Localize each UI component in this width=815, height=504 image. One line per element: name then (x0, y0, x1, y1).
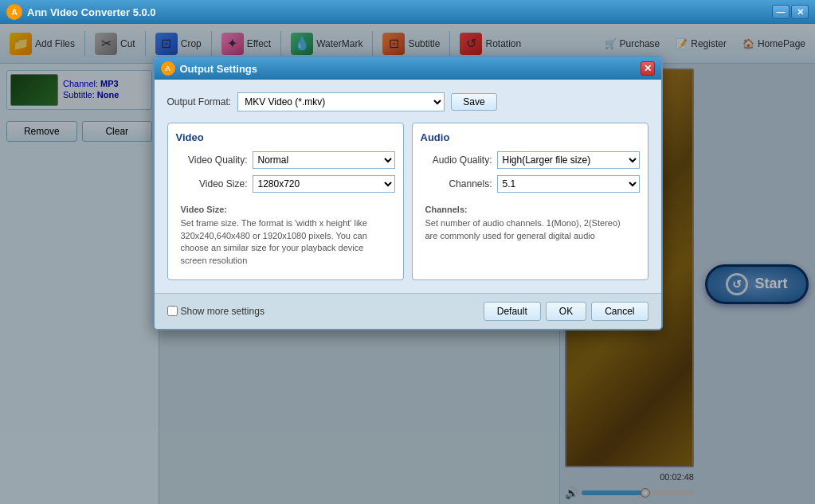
audio-panel-title: Audio (421, 131, 640, 143)
format-row: Output Format: MKV Video (*.mkv) Save (167, 92, 648, 111)
format-label: Output Format: (167, 96, 232, 107)
main-area: Channel: MP3 Subtitle: None Remove Clear… (0, 64, 815, 504)
cancel-button[interactable]: Cancel (591, 302, 648, 321)
panels-row: Video Video Quality: Normal Video Size: … (167, 123, 648, 280)
audio-panel: Audio Audio Quality: High(Larger file si… (412, 123, 648, 280)
show-more-checkbox[interactable] (167, 306, 178, 316)
title-bar: A Ann Video Converter 5.0.0 — ✕ (0, 0, 815, 24)
dialog-body: Output Format: MKV Video (*.mkv) Save Vi… (155, 80, 661, 293)
video-quality-row: Video Quality: Normal (176, 151, 395, 169)
app-icon: A (6, 4, 22, 20)
video-size-desc-title: Video Size: (181, 204, 390, 216)
show-more-label: Show more settings (181, 306, 479, 317)
audio-quality-label: Audio Quality: (421, 154, 492, 166)
channels-desc: Channels: Set number of audio channels. … (421, 199, 640, 247)
dialog-title: Output Settings (180, 63, 641, 75)
video-size-select[interactable]: 1280x720 (253, 175, 395, 193)
window-controls: — ✕ (772, 5, 809, 19)
minimize-button[interactable]: — (772, 5, 790, 19)
video-quality-label: Video Quality: (176, 154, 248, 166)
channels-select[interactable]: 5.1 (497, 175, 640, 193)
audio-quality-select[interactable]: High(Larger file size) (497, 151, 640, 169)
video-size-desc-text: Set frame size. The format is 'width x h… (181, 217, 390, 267)
default-button[interactable]: Default (484, 302, 541, 321)
video-size-label: Video Size: (176, 178, 248, 189)
dialog-footer: Show more settings Default OK Cancel (155, 293, 661, 329)
channels-desc-title: Channels: (425, 204, 635, 216)
channels-desc-text: Set number of audio channels. 1(Mono), 2… (425, 217, 635, 242)
video-quality-select[interactable]: Normal (253, 151, 395, 169)
format-select[interactable]: MKV Video (*.mkv) (237, 92, 445, 111)
channels-row: Channels: 5.1 (421, 175, 640, 193)
dialog-close-button[interactable]: ✕ (641, 61, 655, 76)
dialog-icon: A (161, 61, 175, 76)
video-panel-title: Video (176, 131, 395, 143)
audio-quality-row: Audio Quality: High(Larger file size) (421, 151, 640, 169)
channels-label: Channels: (421, 178, 492, 189)
close-button[interactable]: ✕ (791, 5, 809, 19)
save-button[interactable]: Save (451, 93, 496, 111)
ok-button[interactable]: OK (546, 302, 586, 321)
modal-overlay: A Output Settings ✕ Output Format: MKV V… (0, 24, 815, 504)
app-title: Ann Video Converter 5.0.0 (27, 6, 156, 18)
video-panel: Video Video Quality: Normal Video Size: … (167, 123, 404, 280)
video-size-row: Video Size: 1280x720 (176, 175, 395, 193)
dialog-title-bar: A Output Settings ✕ (155, 57, 661, 80)
video-size-desc: Video Size: Set frame size. The format i… (176, 199, 395, 272)
output-settings-dialog: A Output Settings ✕ Output Format: MKV V… (153, 56, 663, 330)
